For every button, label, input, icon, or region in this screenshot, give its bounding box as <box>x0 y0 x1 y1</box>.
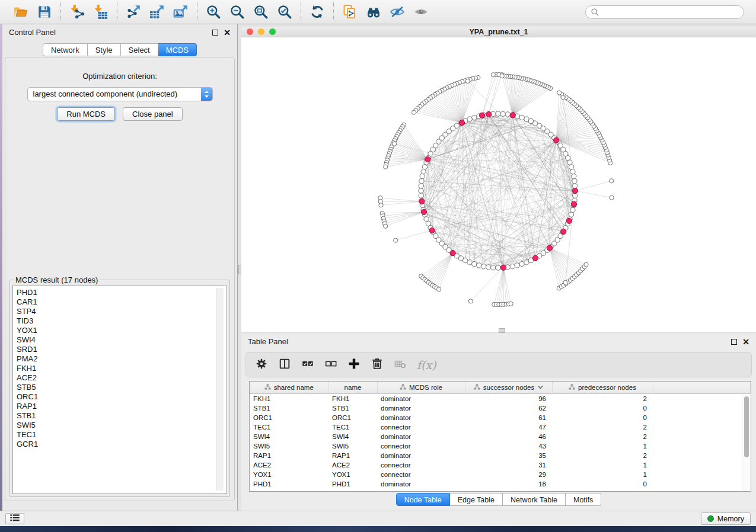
result-item[interactable]: GCR1 <box>17 440 227 449</box>
hide-selected-button[interactable] <box>387 2 408 21</box>
close-table-panel-icon[interactable]: ✕ <box>742 338 749 346</box>
result-item[interactable]: FKH1 <box>17 364 227 373</box>
save-session-button[interactable] <box>34 2 55 21</box>
tab-motifs[interactable]: Motifs <box>566 493 601 506</box>
cell-mcds-role[interactable]: connector <box>377 460 465 470</box>
table-row[interactable]: RAP1RAP1dominator352 <box>250 451 751 460</box>
cell-successor-nodes[interactable]: 29 <box>465 470 552 479</box>
result-item[interactable]: SRD1 <box>17 345 227 354</box>
cell-mcds-role[interactable]: connector <box>377 422 465 432</box>
table-scrollbar[interactable] <box>742 394 751 491</box>
cell-mcds-role[interactable]: dominator <box>377 432 465 441</box>
cell-name[interactable]: TEC1 <box>328 422 377 432</box>
cell-mcds-role[interactable]: connector <box>377 441 465 451</box>
cell-name[interactable]: STB1 <box>328 403 377 413</box>
tab-mcds[interactable]: MCDS <box>158 43 197 56</box>
result-item[interactable]: STB1 <box>17 411 227 421</box>
cell-shared-name[interactable]: ORC1 <box>250 413 328 422</box>
cell-mcds-role[interactable]: dominator <box>377 394 465 404</box>
close-panel-icon[interactable]: ✕ <box>224 28 231 37</box>
cell-name[interactable]: SWI5 <box>328 441 377 451</box>
search-input[interactable] <box>585 5 744 19</box>
cell-name[interactable]: YOX1 <box>328 470 377 479</box>
cell-shared-name[interactable]: TEC1 <box>250 422 328 432</box>
table-row[interactable]: TEC1TEC1connector472 <box>250 422 751 432</box>
cell-mcds-role[interactable]: dominator <box>377 403 465 413</box>
table-row[interactable]: ORC1ORC1dominator610 <box>250 413 751 422</box>
cell-shared-name[interactable]: STB1 <box>250 403 328 413</box>
cell-predecessor-nodes[interactable]: 0 <box>552 479 653 489</box>
cell-predecessor-nodes[interactable]: 1 <box>552 470 653 479</box>
cell-name[interactable]: SWI4 <box>328 432 377 441</box>
network-canvas[interactable] <box>241 37 756 332</box>
float-panel-icon[interactable] <box>212 30 218 36</box>
cell-successor-nodes[interactable]: 46 <box>465 432 552 441</box>
result-item[interactable]: ACE2 <box>17 373 227 383</box>
zoom-fit-button[interactable] <box>250 2 272 21</box>
add-column-button[interactable] <box>347 357 361 372</box>
close-window-button[interactable] <box>247 28 253 35</box>
cell-predecessor-nodes[interactable]: 1 <box>552 460 653 470</box>
settings-gear-button[interactable] <box>255 357 268 372</box>
cell-successor-nodes[interactable]: 61 <box>465 413 552 422</box>
zoom-selected-button[interactable] <box>274 2 295 21</box>
cell-mcds-role[interactable]: dominator <box>377 451 465 460</box>
import-table-button[interactable] <box>90 2 111 21</box>
clone-network-button[interactable] <box>339 2 361 21</box>
export-table-button[interactable] <box>146 2 168 21</box>
tab-style[interactable]: Style <box>88 43 121 56</box>
cell-shared-name[interactable]: FKH1 <box>250 394 328 404</box>
cell-mcds-role[interactable]: dominator <box>377 479 465 489</box>
cell-predecessor-nodes[interactable]: 1 <box>552 441 653 451</box>
table-row[interactable]: YOX1YOX1connector291 <box>250 470 751 479</box>
table-row[interactable]: FKH1FKH1dominator962 <box>250 394 751 404</box>
optimization-criterion-dropdown[interactable]: largest connected component (undirected) <box>27 87 213 101</box>
table-scrollbar-thumb[interactable] <box>744 396 749 457</box>
tab-network-table[interactable]: Network Table <box>503 493 566 506</box>
minimize-window-button[interactable] <box>258 28 264 35</box>
cell-name[interactable]: PHD1 <box>328 479 377 489</box>
result-list-scrollbar[interactable] <box>216 288 224 491</box>
zoom-out-button[interactable] <box>227 2 248 21</box>
cell-shared-name[interactable]: YOX1 <box>250 470 328 479</box>
network-graph[interactable] <box>241 37 756 332</box>
cell-name[interactable]: ACE2 <box>328 460 377 470</box>
export-network-button[interactable] <box>123 2 144 21</box>
table-row[interactable]: SWI5SWI5connector431 <box>250 441 751 451</box>
cell-shared-name[interactable]: PHD1 <box>250 479 328 489</box>
cell-successor-nodes[interactable]: 47 <box>465 422 552 432</box>
result-item[interactable]: SWI5 <box>17 421 227 430</box>
result-item[interactable]: CAR1 <box>17 297 227 307</box>
cell-shared-name[interactable]: ACE2 <box>250 460 328 470</box>
result-item[interactable]: SWI4 <box>17 335 227 345</box>
cell-name[interactable]: RAP1 <box>328 451 377 460</box>
memory-button[interactable]: Memory <box>701 512 751 525</box>
run-mcds-button[interactable]: Run MCDS <box>57 107 115 121</box>
table-row[interactable]: STB1STB1dominator620 <box>250 403 751 413</box>
result-item[interactable]: PMA2 <box>17 354 227 364</box>
tab-edge-table[interactable]: Edge Table <box>450 493 503 506</box>
maximize-window-button[interactable] <box>269 28 276 35</box>
cell-predecessor-nodes[interactable]: 2 <box>552 432 653 441</box>
table-row[interactable]: SWI4SWI4dominator462 <box>250 432 751 441</box>
cell-predecessor-nodes[interactable]: 0 <box>552 403 653 413</box>
splitter-handle-horizontal[interactable] <box>499 328 505 333</box>
import-network-button[interactable] <box>66 2 88 21</box>
cell-successor-nodes[interactable]: 35 <box>465 451 552 460</box>
column-header-successor-nodes[interactable]: successor nodes <box>465 382 552 394</box>
first-neighbors-button[interactable] <box>363 2 384 21</box>
show-panel-list-button[interactable] <box>5 513 24 524</box>
cell-successor-nodes[interactable]: 43 <box>465 441 552 451</box>
float-table-panel-icon[interactable] <box>731 339 737 345</box>
cell-shared-name[interactable]: RAP1 <box>250 451 328 460</box>
result-item[interactable]: TID3 <box>17 316 227 326</box>
column-layout-button[interactable] <box>278 357 291 372</box>
tab-select[interactable]: Select <box>121 43 158 56</box>
result-item[interactable]: ORC1 <box>17 392 227 402</box>
column-header-mcds-role[interactable]: MCDS role <box>377 382 465 394</box>
show-all-button[interactable] <box>410 2 432 21</box>
column-header-predecessor-nodes[interactable]: predecessor nodes <box>552 382 653 394</box>
cell-predecessor-nodes[interactable]: 2 <box>552 422 653 432</box>
cell-predecessor-nodes[interactable]: 0 <box>552 413 653 422</box>
table-row[interactable]: PHD1PHD1dominator180 <box>250 479 751 489</box>
